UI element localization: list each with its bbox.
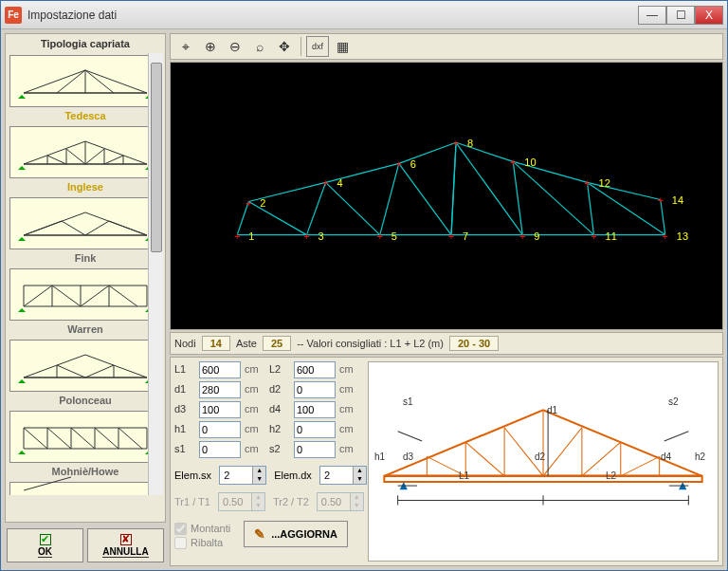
truss-caption: Fink <box>8 251 163 267</box>
montanti-check: Montanti <box>174 523 230 535</box>
input-d2[interactable] <box>294 381 336 398</box>
scrollbar[interactable] <box>148 53 163 495</box>
ok-button[interactable]: ✔ OK <box>7 528 83 562</box>
input-d1[interactable] <box>199 381 241 398</box>
svg-line-73 <box>399 142 456 163</box>
svg-line-25 <box>62 221 85 235</box>
unit-L2: cm <box>339 361 360 378</box>
unit-h1: cm <box>245 421 265 438</box>
diag-h2: h2 <box>695 451 705 462</box>
app-icon: Fe <box>5 7 22 24</box>
tr1-spin: ▲▼ <box>218 492 265 511</box>
label-d1: d1 <box>174 381 195 398</box>
cross-icon: ✘ <box>120 534 132 545</box>
svg-line-47 <box>57 365 85 378</box>
unit-h2: cm <box>339 421 360 438</box>
svg-line-79 <box>380 163 399 234</box>
svg-marker-49 <box>18 451 26 454</box>
svg-text:11: 11 <box>606 230 617 242</box>
pencil-icon: ✎ <box>254 526 265 542</box>
hint-label: -- Valori consigliati : L1 + L2 (m) <box>297 338 444 349</box>
truss-caption: Inglese <box>8 180 163 195</box>
svg-text:+: + <box>453 138 459 149</box>
svg-line-59 <box>118 428 142 449</box>
svg-line-145 <box>398 432 423 441</box>
truss-type-warren[interactable] <box>9 268 161 321</box>
truss-type-fink[interactable] <box>9 197 161 249</box>
svg-line-18 <box>85 149 104 164</box>
input-d3[interactable] <box>199 401 241 418</box>
truss-type-mohniè/howe[interactable] <box>9 411 161 463</box>
svg-text:+: + <box>510 157 516 168</box>
truss-canvas[interactable]: +1+2+3+4+5+6+7+8+9+10+11+12+13+14 <box>170 62 723 330</box>
tr2-spin: ▲▼ <box>317 492 364 511</box>
svg-line-34 <box>24 286 52 306</box>
truss-caption: Tedesca <box>8 109 163 124</box>
truss-type-partial[interactable] <box>9 482 161 495</box>
svg-line-85 <box>326 182 380 234</box>
zoom-in-icon[interactable]: ⊕ <box>199 36 222 57</box>
svg-text:+: + <box>377 230 383 242</box>
svg-text:1: 1 <box>248 230 254 242</box>
scroll-thumb[interactable] <box>151 63 162 252</box>
input-d4[interactable] <box>294 401 336 418</box>
info-bar: Nodi 14 Aste 25 -- Valori consigliati : … <box>170 332 723 355</box>
zoom-out-icon[interactable]: ⊖ <box>224 36 246 57</box>
input-h2[interactable] <box>294 421 336 438</box>
svg-line-78 <box>306 182 325 234</box>
svg-text:7: 7 <box>463 230 468 242</box>
svg-line-90 <box>588 182 665 234</box>
maximize-button[interactable]: ☐ <box>666 6 695 25</box>
pan-icon[interactable]: ✥ <box>273 36 296 57</box>
zoom-window-icon[interactable]: ⌕ <box>248 36 271 57</box>
save-image-icon[interactable]: ▦ <box>331 36 354 57</box>
label-L1: L1 <box>174 361 195 378</box>
elemdx-spin[interactable]: ▲▼ <box>319 466 367 485</box>
label-L2: L2 <box>269 361 290 378</box>
save-dxf-icon[interactable]: dxf <box>306 36 329 57</box>
svg-text:+: + <box>658 195 664 207</box>
check-icon: ✔ <box>40 534 51 545</box>
truss-type-polonceau[interactable] <box>9 340 161 392</box>
update-button[interactable]: ✎ ...AGGIORNA <box>244 521 348 547</box>
elemsx-spin[interactable]: ▲▼ <box>219 466 266 485</box>
nodes-label: Nodi <box>174 338 196 349</box>
diag-L1: L1 <box>459 470 469 481</box>
zoom-extents-icon[interactable]: ⌖ <box>174 36 197 57</box>
svg-text:2: 2 <box>260 197 265 209</box>
input-L2[interactable] <box>294 361 336 378</box>
svg-line-24 <box>24 221 62 235</box>
svg-line-58 <box>95 428 118 449</box>
truss-type-tedesca[interactable] <box>9 55 161 107</box>
svg-line-35 <box>52 286 81 306</box>
diag-s1: s1 <box>403 396 413 407</box>
minimize-button[interactable]: — <box>638 6 666 25</box>
svg-line-19 <box>104 156 123 164</box>
input-h1[interactable] <box>199 421 241 438</box>
input-s2[interactable] <box>294 441 336 458</box>
svg-line-86 <box>399 163 451 234</box>
bars-value: 25 <box>263 336 291 351</box>
unit-d2: cm <box>339 381 360 398</box>
truss-type-inglese[interactable] <box>9 126 161 178</box>
truss-svg: +1+2+3+4+5+6+7+8+9+10+11+12+13+14 <box>171 63 722 329</box>
unit-s1: cm <box>245 441 265 458</box>
svg-line-37 <box>109 286 137 306</box>
svg-text:4: 4 <box>337 177 343 189</box>
diag-d4: d4 <box>661 451 671 462</box>
cancel-button[interactable]: ✘ ANNULLA <box>87 528 164 562</box>
label-h2: h2 <box>269 421 290 438</box>
input-L1[interactable] <box>199 361 241 378</box>
truss-type-list: TedescaIngleseFinkWarrenPolonceauMohniè/… <box>8 53 163 495</box>
diag-d1: d1 <box>547 405 557 415</box>
label-d3: d3 <box>174 401 195 418</box>
svg-text:12: 12 <box>599 177 610 189</box>
close-button[interactable]: X <box>695 6 723 25</box>
svg-line-134 <box>621 456 660 475</box>
svg-line-130 <box>465 442 504 476</box>
svg-text:+: + <box>591 230 596 242</box>
nodes-value: 14 <box>202 336 230 351</box>
svg-marker-22 <box>24 212 147 235</box>
input-s1[interactable] <box>199 441 241 458</box>
unit-d3: cm <box>245 401 265 418</box>
